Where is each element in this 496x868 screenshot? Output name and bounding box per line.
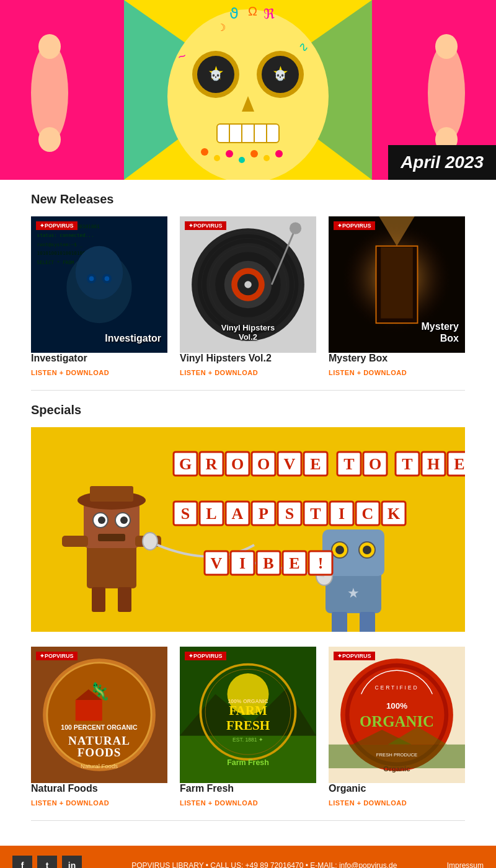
svg-rect-14 xyxy=(217,124,279,143)
svg-rect-73 xyxy=(90,486,133,502)
svg-text:C: C xyxy=(362,505,374,523)
popvirus-badge-1: ✦POPVIRUS xyxy=(36,221,78,230)
organic-listen[interactable]: LISTEN + DOWNLOAD xyxy=(329,799,407,807)
svg-text:Organic: Organic xyxy=(383,765,410,773)
svg-text:100%: 100% xyxy=(386,701,407,711)
svg-point-83 xyxy=(143,533,157,550)
svg-point-45 xyxy=(76,246,123,299)
svg-text:FOODS: FOODS xyxy=(78,746,122,759)
svg-text:Natural Foods: Natural Foods xyxy=(81,763,118,769)
svg-text:★: ★ xyxy=(347,585,360,601)
svg-text:T: T xyxy=(343,455,354,473)
mystery-title: Mystery Box xyxy=(329,353,465,364)
popvirus-badge-2: ✦POPVIRUS xyxy=(185,221,226,230)
facebook-icon[interactable]: f xyxy=(12,856,32,868)
new-releases-title: New Releases xyxy=(31,192,465,206)
album-mystery-box: ✦POPVIRUS xyxy=(329,216,465,378)
svg-text:A: A xyxy=(232,505,244,523)
popvirus-badge-4: ✦POPVIRUS xyxy=(36,652,78,660)
svg-point-24 xyxy=(38,127,61,152)
album-cover-investigator[interactable]: ✦POPVIRUS 0101001010010100101001 status:… xyxy=(31,216,167,353)
svg-rect-79 xyxy=(92,587,105,612)
linkedin-icon[interactable]: in xyxy=(62,856,82,868)
svg-point-32 xyxy=(250,150,258,157)
hero-banner: ★ ★ 💀 💀 ~ ∿ ☽ ϑ Ω ℜ April 2 xyxy=(0,0,496,180)
svg-text:K: K xyxy=(388,505,401,523)
farm-fresh-title: Farm Fresh xyxy=(180,783,316,794)
mystery-label: MysteryBox xyxy=(422,321,459,344)
svg-text:FRESH PRODUCE: FRESH PRODUCE xyxy=(376,752,417,758)
svg-text:O: O xyxy=(257,455,270,473)
investigator-title: Investigator xyxy=(31,353,167,364)
album-cover-vinyl[interactable]: ✦POPVIRUS xyxy=(180,216,316,353)
album-cover-mystery[interactable]: ✦POPVIRUS xyxy=(329,216,465,353)
svg-point-31 xyxy=(239,157,245,163)
organic-title: Organic xyxy=(329,783,465,794)
svg-text:10101001010010100: 10101001010010100 xyxy=(37,250,86,256)
svg-rect-68 xyxy=(381,247,413,319)
svg-text:💀: 💀 xyxy=(274,69,286,81)
impressum-link[interactable]: Impressum xyxy=(447,861,484,868)
album-cover-organic[interactable]: ✦POPVIRUS CERTIFIED 100% xyxy=(329,647,465,783)
investigator-label: Investigator xyxy=(105,332,161,344)
twitter-icon[interactable]: t xyxy=(37,856,57,868)
svg-point-34 xyxy=(275,150,283,157)
svg-text:!: ! xyxy=(318,554,324,572)
svg-point-28 xyxy=(201,148,208,156)
footer-contact-text: POPVIRUS LIBRARY • CALL US: +49 89 72016… xyxy=(92,861,437,868)
svg-rect-80 xyxy=(118,587,131,612)
farm-fresh-listen[interactable]: LISTEN + DOWNLOAD xyxy=(180,799,258,807)
divider-2 xyxy=(31,820,465,821)
album-cover-farmfresh[interactable]: ✦POPVIRUS 100% ORGANIC xyxy=(180,647,316,783)
svg-point-30 xyxy=(226,150,233,157)
april-date-badge: April 2023 xyxy=(388,145,496,180)
album-investigator: ✦POPVIRUS 0101001010010100101001 status:… xyxy=(31,216,167,378)
svg-text:H: H xyxy=(427,455,440,473)
svg-rect-78 xyxy=(98,534,125,541)
divider-1 xyxy=(31,390,465,391)
album-cover-natural[interactable]: ✦POPVIRUS 🦎 100 PERCENT ORGANIC xyxy=(31,647,167,783)
svg-text:E: E xyxy=(310,455,321,473)
svg-text:B: B xyxy=(263,554,273,572)
svg-text:FRESH: FRESH xyxy=(226,718,270,733)
main-content: New Releases ✦POPVIRUS 01010010100101001… xyxy=(0,180,496,846)
svg-text:V: V xyxy=(211,554,223,572)
popvirus-badge-3: ✦POPVIRUS xyxy=(334,221,375,230)
svg-text:status: connected...: status: connected... xyxy=(37,232,94,238)
svg-point-77 xyxy=(120,516,128,524)
specials-title: Specials xyxy=(31,403,465,417)
svg-rect-81 xyxy=(62,536,88,547)
svg-point-29 xyxy=(214,155,220,161)
svg-text:ORGANIC: ORGANIC xyxy=(360,713,434,730)
svg-text:S: S xyxy=(285,505,294,523)
album-organic: ✦POPVIRUS CERTIFIED 100% xyxy=(329,647,465,808)
svg-point-76 xyxy=(98,516,105,524)
album-natural-foods: ✦POPVIRUS 🦎 100 PERCENT ORGANIC xyxy=(31,647,167,808)
popvirus-badge-6: ✦POPVIRUS xyxy=(334,652,375,660)
svg-text:Ω: Ω xyxy=(248,4,257,18)
footer: f t in POPVIRUS LIBRARY • CALL US: +49 8… xyxy=(0,846,496,868)
svg-text:ℜ: ℜ xyxy=(264,6,275,22)
svg-point-49 xyxy=(105,277,110,281)
svg-text:L: L xyxy=(206,505,216,523)
new-releases-grid: ✦POPVIRUS 0101001010010100101001 status:… xyxy=(31,216,465,378)
svg-text:T: T xyxy=(402,455,412,473)
specials-grid: ✦POPVIRUS 🦎 100 PERCENT ORGANIC xyxy=(31,647,465,808)
natural-foods-title: Natural Foods xyxy=(31,783,167,794)
svg-text:S: S xyxy=(181,505,190,523)
svg-text:FARM: FARM xyxy=(229,703,267,718)
specials-banner[interactable]: ★ G R O O V xyxy=(31,427,465,632)
natural-foods-listen[interactable]: LISTEN + DOWNLOAD xyxy=(31,799,109,807)
investigator-listen-download[interactable]: LISTEN + DOWNLOAD xyxy=(31,369,109,376)
album-vinyl-hipsters: ✦POPVIRUS xyxy=(180,216,316,378)
mystery-listen-download[interactable]: LISTEN + DOWNLOAD xyxy=(329,369,407,376)
svg-point-33 xyxy=(264,155,270,161)
svg-point-88 xyxy=(335,546,344,554)
svg-point-4 xyxy=(167,9,329,180)
vinyl-label: Vinyl HipstersVol.2 xyxy=(221,323,275,342)
svg-text:T: T xyxy=(310,505,321,523)
social-links: f t in xyxy=(12,856,82,868)
vinyl-listen-download[interactable]: LISTEN + DOWNLOAD xyxy=(180,369,258,376)
svg-text:💀: 💀 xyxy=(210,69,222,81)
svg-text:CERTIFIED: CERTIFIED xyxy=(374,684,418,691)
